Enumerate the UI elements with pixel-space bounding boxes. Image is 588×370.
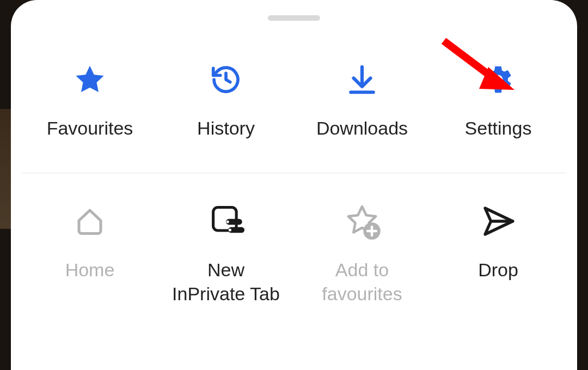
annotation-arrow (438, 35, 525, 101)
downloads-label: Downloads (316, 116, 408, 140)
home-button[interactable]: Home (24, 201, 155, 282)
home-label: Home (65, 258, 115, 282)
add-favourite-icon (342, 201, 382, 241)
download-icon (345, 59, 379, 100)
add-to-favourites-button[interactable]: Add tofavourites (297, 201, 427, 306)
drag-handle[interactable] (268, 15, 320, 21)
bottom-sheet-panel: Favourites History Downloads (11, 0, 577, 370)
bottom-menu-row: Home NewInPrivate Tab (11, 201, 577, 306)
favourites-button[interactable]: Favourites (24, 59, 155, 140)
add-to-favourites-label: Add tofavourites (322, 258, 402, 306)
home-icon (74, 201, 106, 241)
send-icon (481, 201, 516, 241)
new-inprivate-tab-button[interactable]: NewInPrivate Tab (161, 201, 291, 306)
downloads-button[interactable]: Downloads (297, 59, 427, 140)
history-label: History (197, 116, 255, 140)
background-photo-edge (0, 109, 11, 229)
star-icon (72, 59, 107, 100)
new-inprivate-tab-label: NewInPrivate Tab (172, 258, 280, 306)
inprivate-icon (207, 201, 244, 241)
drop-button[interactable]: Drop (433, 201, 564, 282)
divider (22, 173, 566, 173)
svg-point-5 (226, 220, 229, 223)
favourites-label: Favourites (47, 116, 133, 140)
svg-point-6 (229, 228, 231, 231)
drop-label: Drop (478, 258, 518, 282)
history-icon (209, 59, 243, 100)
settings-label: Settings (465, 116, 532, 140)
history-button[interactable]: History (161, 59, 291, 140)
